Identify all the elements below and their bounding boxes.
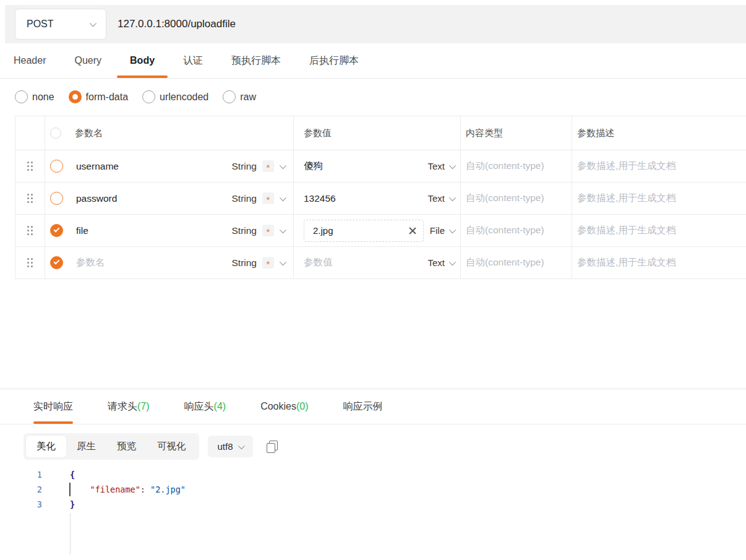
radio-icon bbox=[223, 90, 236, 103]
required-badge[interactable]: * bbox=[262, 160, 274, 172]
body-mode-label: urlencoded bbox=[160, 92, 208, 103]
description-input[interactable]: 参数描述,用于生成文档 bbox=[577, 224, 675, 237]
body-mode-group: none form-data urlencoded raw bbox=[0, 79, 746, 116]
view-mode-button[interactable]: 可视化 bbox=[147, 436, 197, 457]
value-type-label: Text bbox=[427, 193, 445, 204]
param-type-select[interactable]: String * bbox=[232, 192, 285, 204]
row-checkbox[interactable] bbox=[50, 192, 63, 205]
response-tab[interactable]: 响应头(4) bbox=[184, 389, 226, 424]
param-type-select[interactable]: String * bbox=[232, 257, 285, 269]
response-tab-label: 实时响应 bbox=[33, 400, 73, 413]
description-input[interactable]: 参数描述,用于生成文档 bbox=[577, 160, 675, 173]
content-type-input[interactable]: 自动(content-type) bbox=[466, 160, 544, 173]
content-type-input[interactable]: 自动(content-type) bbox=[466, 224, 544, 237]
select-all-checkbox[interactable] bbox=[50, 127, 61, 139]
handle-column-header bbox=[15, 116, 45, 150]
param-name-input[interactable]: password bbox=[76, 193, 232, 204]
drag-handle-icon[interactable] bbox=[27, 258, 29, 260]
param-name-input[interactable]: 参数名 bbox=[76, 256, 232, 269]
view-mode-button[interactable]: 预览 bbox=[106, 436, 147, 457]
content-type-input[interactable]: 自动(content-type) bbox=[466, 256, 544, 269]
param-row: username String * 傻狗 傻狗 Text bbox=[15, 150, 746, 183]
param-row: file String * 2.jpg 2.jpg File bbox=[15, 215, 746, 247]
value-type-label: File bbox=[430, 225, 445, 236]
description-input[interactable]: 参数描述,用于生成文档 bbox=[577, 256, 675, 269]
response-body-editor[interactable]: 123 { "filename": "2.jpg"} bbox=[0, 467, 746, 548]
code-lines: { "filename": "2.jpg"} bbox=[70, 467, 746, 512]
request-tab-label: 预执行脚本 bbox=[231, 54, 281, 67]
radio-icon bbox=[15, 90, 28, 103]
indent-guide bbox=[70, 513, 71, 554]
drag-handle-icon[interactable] bbox=[27, 162, 29, 163]
param-type-select[interactable]: String * bbox=[232, 160, 285, 172]
method-label: POST bbox=[27, 19, 54, 30]
drag-handle-icon[interactable] bbox=[27, 226, 29, 228]
value-type-label: Text bbox=[427, 257, 445, 268]
url-input[interactable]: 127.0.0.1:8000/uploadfile bbox=[118, 18, 746, 30]
radio-icon bbox=[142, 90, 155, 103]
chevron-down-icon bbox=[449, 194, 456, 200]
chevron-down-icon bbox=[280, 258, 286, 265]
chevron-down-icon bbox=[449, 162, 456, 168]
value-type-select[interactable]: File bbox=[430, 225, 454, 236]
drag-handle-icon[interactable] bbox=[27, 194, 29, 196]
check-icon bbox=[53, 259, 59, 265]
file-value-box[interactable]: 2.jpg bbox=[304, 220, 424, 242]
request-tab[interactable]: Header bbox=[14, 43, 46, 78]
request-tab[interactable]: Query bbox=[74, 43, 101, 78]
method-select[interactable]: POST bbox=[15, 9, 106, 40]
request-tab[interactable]: 预执行脚本 bbox=[231, 43, 281, 78]
view-mode-button[interactable]: 原生 bbox=[66, 436, 106, 457]
text-cursor bbox=[69, 483, 71, 496]
view-mode-label: 美化 bbox=[36, 441, 56, 451]
request-tab[interactable]: 认证 bbox=[183, 43, 203, 78]
response-tab-label: Cookies bbox=[260, 401, 296, 412]
value-type-select[interactable]: Text bbox=[427, 161, 454, 171]
body-mode-label: form-data bbox=[86, 92, 128, 103]
chevron-down-icon bbox=[280, 162, 286, 168]
response-tab-label: 请求头 bbox=[108, 400, 137, 413]
response-tab[interactable]: 实时响应 bbox=[33, 389, 73, 424]
column-header-description: 参数描述 bbox=[577, 127, 614, 139]
param-type-label: String bbox=[232, 193, 257, 204]
copy-icon[interactable] bbox=[267, 441, 278, 453]
view-mode-button[interactable]: 美化 bbox=[26, 436, 66, 457]
body-mode-option[interactable]: urlencoded bbox=[142, 90, 208, 103]
row-checkbox[interactable] bbox=[50, 224, 63, 237]
content-type-input[interactable]: 自动(content-type) bbox=[466, 192, 544, 205]
param-value-input[interactable]: 参数值 bbox=[304, 256, 427, 269]
body-mode-option[interactable]: form-data bbox=[69, 90, 128, 103]
required-badge[interactable]: * bbox=[262, 192, 274, 204]
response-section: 实时响应 请求头(7) 响应头(4) Cookies(0) 响应示例 美化 原生… bbox=[0, 389, 746, 548]
row-checkbox[interactable] bbox=[50, 160, 63, 173]
param-value-input[interactable]: 傻狗 bbox=[304, 160, 427, 173]
value-type-select[interactable]: Text bbox=[427, 193, 454, 204]
param-value-input[interactable]: 132456 bbox=[304, 193, 427, 204]
param-type-label: String bbox=[232, 257, 257, 269]
clear-file-icon[interactable] bbox=[408, 226, 417, 235]
param-type-select[interactable]: String * bbox=[232, 225, 285, 236]
body-mode-option[interactable]: raw bbox=[223, 90, 256, 103]
chevron-down-icon bbox=[280, 194, 286, 200]
description-input[interactable]: 参数描述,用于生成文档 bbox=[577, 192, 675, 205]
request-tab[interactable]: 后执行脚本 bbox=[309, 43, 359, 78]
required-badge[interactable]: * bbox=[262, 225, 274, 236]
row-checkbox[interactable] bbox=[50, 256, 63, 269]
response-tab[interactable]: Cookies(0) bbox=[260, 389, 308, 424]
param-type-label: String bbox=[232, 161, 257, 172]
param-name-input[interactable]: username bbox=[76, 161, 232, 172]
response-tab[interactable]: 请求头(7) bbox=[108, 389, 150, 424]
view-mode-label: 原生 bbox=[77, 441, 96, 451]
required-badge[interactable]: * bbox=[262, 257, 274, 269]
param-name-input[interactable]: file bbox=[76, 225, 232, 236]
value-type-select[interactable]: Text bbox=[427, 257, 454, 268]
column-header-name: 参数名 bbox=[75, 127, 103, 139]
request-tab[interactable]: Body bbox=[130, 43, 155, 78]
body-mode-option[interactable]: none bbox=[15, 90, 54, 103]
response-tab[interactable]: 响应示例 bbox=[343, 389, 383, 424]
response-toolbar: 美化 原生 预览 可视化 utf8 bbox=[0, 424, 746, 460]
chevron-down-icon bbox=[90, 20, 96, 27]
body-mode-label: raw bbox=[240, 92, 256, 103]
view-mode-label: 预览 bbox=[117, 441, 136, 451]
encoding-select[interactable]: utf8 bbox=[208, 436, 253, 457]
